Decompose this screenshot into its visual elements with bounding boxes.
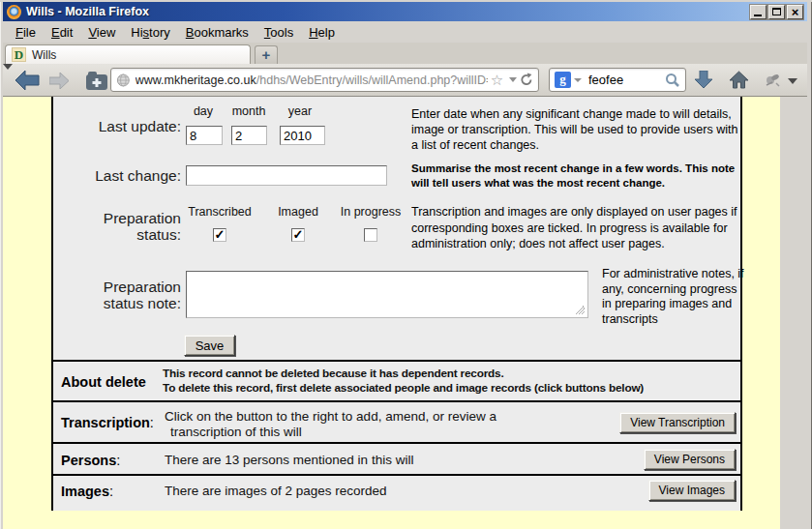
navigation-toolbar: www.mkheritage.co.uk/hdhs/WebEntry/wills… — [3, 64, 807, 97]
month-label: month — [227, 104, 270, 118]
menu-view[interactable]: View — [80, 23, 123, 42]
search-input[interactable]: feofee — [588, 73, 665, 87]
window-border-top — [0, 0, 812, 2]
day-input[interactable] — [186, 126, 223, 145]
persons-title: Persons: — [61, 453, 120, 468]
transcription-section: Transcription: Click on the button to th… — [53, 402, 740, 444]
about-delete-section: About delete This record cannot be delet… — [53, 362, 740, 402]
menu-help[interactable]: Help — [301, 23, 343, 42]
prep-note-label: Preparationstatus note: — [73, 279, 181, 311]
menu-file[interactable]: File — [8, 23, 44, 42]
tab-bar: D Wills + — [3, 43, 807, 64]
search-box[interactable]: g feofee — [549, 68, 686, 92]
view-images-button[interactable]: View Images — [648, 480, 736, 501]
transcribed-label: Transcribed — [184, 205, 256, 219]
imaged-label: Imaged — [268, 205, 328, 219]
about-delete-text: This record cannot be deleted because it… — [163, 367, 644, 396]
last-change-input[interactable] — [186, 165, 387, 186]
tab-wills[interactable]: D Wills — [5, 44, 251, 64]
url-dropdown-icon[interactable] — [509, 77, 517, 82]
maximize-button[interactable] — [768, 5, 785, 19]
search-engine-dropdown-icon[interactable] — [574, 78, 582, 82]
title-bar: Wills - Mozilla Firefox × — [3, 2, 807, 21]
url-text[interactable]: www.mkheritage.co.uk/hdhs/WebEntry/wills… — [135, 73, 488, 87]
persons-section: Persons: There are 13 persons mentioned … — [53, 444, 740, 476]
downloads-button[interactable] — [694, 71, 713, 89]
last-update-help: Enter date when any significant change m… — [411, 106, 745, 153]
last-update-label: Last update: — [73, 118, 181, 134]
window-border-left — [0, 0, 3, 529]
year-input[interactable] — [280, 126, 325, 145]
menu-tools[interactable]: Tools — [256, 23, 301, 42]
globe-icon — [116, 73, 131, 88]
prep-status-label: Preparationstatus: — [73, 210, 181, 243]
close-button[interactable]: × — [787, 5, 803, 19]
menu-history[interactable]: History — [123, 23, 177, 42]
transcription-title: Transcription: — [61, 415, 154, 430]
menu-bookmarks[interactable]: Bookmarks — [178, 23, 256, 42]
images-section: Images: There are images of 2 pages reco… — [53, 476, 740, 506]
imaged-checkbox[interactable] — [291, 228, 305, 242]
day-label: day — [182, 104, 225, 118]
window-title: Wills - Mozilla Firefox — [26, 5, 748, 18]
last-change-help: Summarise the most recent change in a fe… — [411, 162, 745, 191]
close-icon: × — [792, 6, 799, 18]
save-button[interactable]: Save — [184, 335, 235, 356]
about-delete-title: About delete — [61, 374, 146, 390]
resize-grip-icon[interactable] — [575, 305, 585, 314]
images-title: Images: — [61, 484, 113, 499]
extension-icon[interactable] — [764, 72, 781, 88]
url-path: /hdhs/WebEntry/wills/willAmend.php?willI… — [256, 73, 488, 87]
prep-note-textarea[interactable] — [186, 271, 588, 318]
new-tab-button[interactable]: + — [255, 45, 278, 64]
google-logo-icon[interactable]: g — [555, 72, 571, 88]
transcription-text: Click on the button to the right to add,… — [165, 409, 496, 440]
minimize-button[interactable] — [750, 5, 767, 19]
tab-label: Wills — [32, 48, 56, 62]
toolbar-overflow-icon[interactable] — [788, 78, 797, 84]
page-content: Last update: day month year Enter date w… — [3, 97, 780, 529]
url-bar[interactable]: www.mkheritage.co.uk/hdhs/WebEntry/wills… — [110, 68, 539, 92]
maximize-icon — [772, 8, 781, 15]
form-panel: Last update: day month year Enter date w… — [51, 97, 742, 511]
home-button[interactable] — [729, 71, 749, 89]
transcribed-checkbox[interactable] — [213, 228, 226, 242]
images-text: There are images of 2 pages recorded — [165, 484, 387, 499]
year-label: year — [274, 104, 326, 118]
add-page-icon[interactable] — [85, 71, 108, 91]
record-sections: About delete This record cannot be delet… — [53, 360, 740, 506]
back-button[interactable] — [14, 69, 41, 92]
persons-text: There are 13 persons mentioned in this w… — [165, 453, 413, 468]
site-favicon-icon: D — [12, 47, 26, 62]
search-magnifier-icon[interactable] — [665, 73, 680, 88]
last-change-label: Last change: — [73, 167, 181, 184]
prep-note-help: For administrative notes, if any, concer… — [602, 267, 747, 327]
view-persons-button[interactable]: View Persons — [644, 449, 736, 470]
firefox-icon — [7, 5, 21, 19]
bookmark-star-icon[interactable]: ☆ — [491, 73, 503, 87]
menu-bar: File Edit View History Bookmarks Tools H… — [3, 21, 807, 43]
month-input[interactable] — [231, 126, 267, 145]
view-transcription-button[interactable]: View Transcription — [619, 412, 736, 433]
in-progress-checkbox[interactable] — [364, 228, 377, 242]
menu-edit[interactable]: Edit — [44, 23, 80, 42]
prep-status-help: Transcription and images are only displa… — [411, 204, 745, 252]
in-progress-label: In progress — [338, 205, 404, 219]
reload-icon[interactable] — [520, 73, 533, 87]
forward-button[interactable] — [49, 73, 70, 89]
minimize-icon — [754, 15, 762, 16]
window-border-right — [807, 0, 812, 529]
url-domain: www.mkheritage.co.uk — [135, 73, 256, 87]
